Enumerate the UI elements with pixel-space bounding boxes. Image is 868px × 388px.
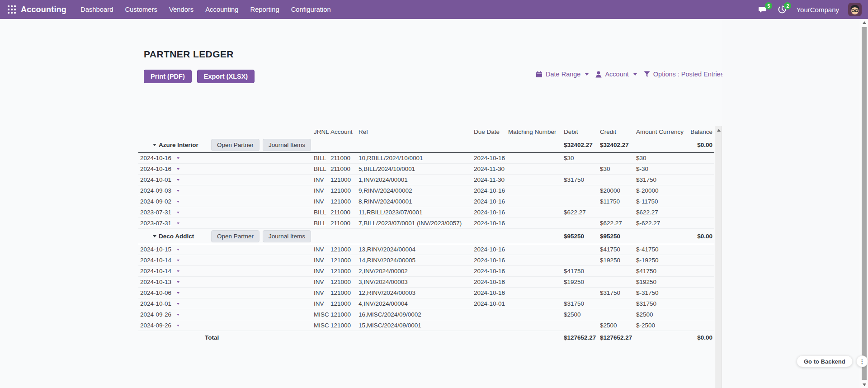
activities-icon[interactable]: 2 bbox=[777, 5, 787, 14]
line-dropdown-caret-icon[interactable] bbox=[177, 179, 179, 181]
menu-item-dashboard[interactable]: Dashboard bbox=[75, 0, 119, 19]
line-date-cell: 2024-10-01 bbox=[138, 300, 314, 307]
line-journal: BILL bbox=[314, 220, 330, 227]
line-dropdown-caret-icon[interactable] bbox=[177, 157, 179, 159]
line-credit: $2500 bbox=[600, 322, 636, 329]
scrollbar-thumb[interactable] bbox=[862, 27, 867, 380]
menu-item-vendors[interactable]: Vendors bbox=[163, 0, 199, 19]
line-amount-currency: $-30 bbox=[636, 166, 690, 172]
open-partner-button[interactable]: Open Partner bbox=[211, 139, 259, 151]
activities-badge: 2 bbox=[784, 2, 791, 9]
total-credit: $127652.27 bbox=[600, 334, 636, 341]
line-amount-currency: $622.27 bbox=[636, 209, 690, 216]
line-dropdown-caret-icon[interactable] bbox=[177, 270, 179, 272]
scrollbar-down-arrow-icon[interactable] bbox=[863, 383, 866, 386]
line-debit: $2500 bbox=[564, 311, 600, 318]
line-dropdown-caret-icon[interactable] bbox=[177, 303, 179, 305]
user-avatar[interactable] bbox=[848, 3, 862, 16]
line-account: 121000 bbox=[330, 300, 359, 307]
menu-item-customers[interactable]: Customers bbox=[119, 0, 163, 19]
line-dropdown-caret-icon[interactable] bbox=[177, 260, 179, 261]
line-credit: $19250 bbox=[600, 257, 636, 264]
backend-controls: Go to Backend ⋮ bbox=[797, 355, 868, 367]
line-due-date: 2024-10-16 bbox=[474, 187, 508, 194]
line-ref: 9,RINV/2024/00002 bbox=[359, 187, 474, 194]
line-due-date: 2024-11-30 bbox=[474, 176, 508, 183]
print-pdf-button[interactable]: Print (PDF) bbox=[144, 70, 192, 83]
app-title[interactable]: Accounting bbox=[21, 5, 66, 14]
journal-items-button[interactable]: Journal Items bbox=[263, 230, 311, 242]
filter-icon bbox=[644, 71, 650, 77]
ledger-line: 2024-10-01INV1210001,INV/2024/000012024-… bbox=[138, 175, 714, 185]
export-xlsx-button[interactable]: Export (XLSX) bbox=[197, 70, 255, 83]
menu-item-configuration[interactable]: Configuration bbox=[285, 0, 337, 19]
partner-group-cell: Deco AddictOpen PartnerJournal Items bbox=[138, 229, 564, 244]
line-date-cell: 2024-09-02 bbox=[138, 198, 314, 205]
filter-account[interactable]: Account bbox=[595, 71, 637, 78]
menu-item-reporting[interactable]: Reporting bbox=[244, 0, 285, 19]
line-dropdown-caret-icon[interactable] bbox=[177, 168, 179, 170]
line-dropdown-caret-icon[interactable] bbox=[177, 281, 179, 283]
line-ref: 3,INV/2024/00003 bbox=[359, 279, 474, 285]
line-ref: 5,BILL/2024/10/0001 bbox=[359, 166, 474, 172]
browser-scrollbar[interactable] bbox=[860, 19, 868, 388]
line-date: 2024-10-13 bbox=[140, 279, 171, 285]
report-scrollbar[interactable] bbox=[715, 126, 722, 388]
line-date: 2024-09-26 bbox=[140, 311, 171, 318]
line-amount-currency: $-20000 bbox=[636, 187, 690, 194]
line-date: 2024-10-14 bbox=[140, 268, 171, 274]
line-date: 2024-09-03 bbox=[140, 187, 171, 194]
line-dropdown-caret-icon[interactable] bbox=[177, 325, 179, 326]
scrollbar-up-arrow-icon[interactable] bbox=[863, 21, 866, 24]
line-dropdown-caret-icon[interactable] bbox=[177, 314, 179, 316]
line-journal: BILL bbox=[314, 155, 330, 161]
line-ref: 11,RBILL/2023/07/0001 bbox=[359, 209, 474, 216]
total-balance: $0.00 bbox=[690, 334, 714, 341]
journal-items-button[interactable]: Journal Items bbox=[263, 139, 311, 151]
caret-down-icon bbox=[585, 73, 589, 76]
line-date-cell: 2024-10-01 bbox=[138, 176, 314, 183]
line-date: 2024-10-01 bbox=[140, 300, 171, 307]
line-credit: $30 bbox=[600, 166, 636, 172]
kebab-menu-icon[interactable]: ⋮ bbox=[856, 355, 868, 367]
line-amount-currency: $30 bbox=[636, 155, 690, 161]
line-date-cell: 2024-10-16 bbox=[138, 155, 314, 161]
line-dropdown-caret-icon[interactable] bbox=[177, 292, 179, 294]
line-dropdown-caret-icon[interactable] bbox=[177, 212, 179, 213]
company-switcher[interactable]: YourCompany bbox=[796, 6, 839, 14]
line-due-date: 2024-10-16 bbox=[474, 220, 508, 227]
line-date: 2024-09-26 bbox=[140, 322, 171, 329]
filter-date-range[interactable]: Date Range bbox=[536, 71, 589, 78]
line-dropdown-caret-icon[interactable] bbox=[177, 222, 179, 224]
messages-icon[interactable]: 5 bbox=[758, 5, 768, 14]
partner-toggle-azure-interior[interactable]: Azure Interior bbox=[153, 142, 198, 148]
line-amount-currency: $-2500 bbox=[636, 322, 690, 329]
line-ref: 1,INV/2024/00001 bbox=[359, 176, 474, 183]
line-due-date: 2024-10-16 bbox=[474, 246, 508, 253]
line-dropdown-caret-icon[interactable] bbox=[177, 249, 179, 251]
line-date: 2024-10-16 bbox=[140, 155, 171, 161]
line-journal: MISC bbox=[314, 322, 330, 329]
total-debit: $127652.27 bbox=[564, 334, 600, 341]
ledger-line: 2024-09-26MISC12100016,MISC/2024/09/0002… bbox=[138, 309, 714, 320]
apps-grid-icon[interactable] bbox=[8, 5, 16, 14]
line-date-cell: 2024-10-13 bbox=[138, 279, 314, 285]
open-partner-button[interactable]: Open Partner bbox=[211, 230, 259, 242]
line-dropdown-caret-icon[interactable] bbox=[177, 201, 179, 203]
filter-account-label: Account bbox=[605, 71, 628, 78]
scroll-up-arrow-icon[interactable] bbox=[717, 129, 721, 132]
go-to-backend-button[interactable]: Go to Backend bbox=[797, 355, 853, 367]
group-debit: $32402.27 bbox=[564, 142, 600, 148]
ledger-line: 2024-10-13INV1210003,INV/2024/000032024-… bbox=[138, 277, 714, 288]
group-credit: $32402.27 bbox=[600, 142, 636, 148]
line-account: 121000 bbox=[330, 198, 359, 205]
line-account: 211000 bbox=[330, 220, 359, 227]
menu-item-accounting[interactable]: Accounting bbox=[199, 0, 244, 19]
line-dropdown-caret-icon[interactable] bbox=[177, 190, 179, 192]
line-date-cell: 2024-10-14 bbox=[138, 257, 314, 264]
partner-toggle-deco-addict[interactable]: Deco Addict bbox=[153, 233, 194, 240]
line-debit: $19250 bbox=[564, 279, 600, 285]
filter-options[interactable]: Options : Posted Entries bbox=[644, 71, 732, 78]
line-debit: $41750 bbox=[564, 268, 600, 274]
header-amount-currency: Amount Currency bbox=[636, 128, 690, 135]
